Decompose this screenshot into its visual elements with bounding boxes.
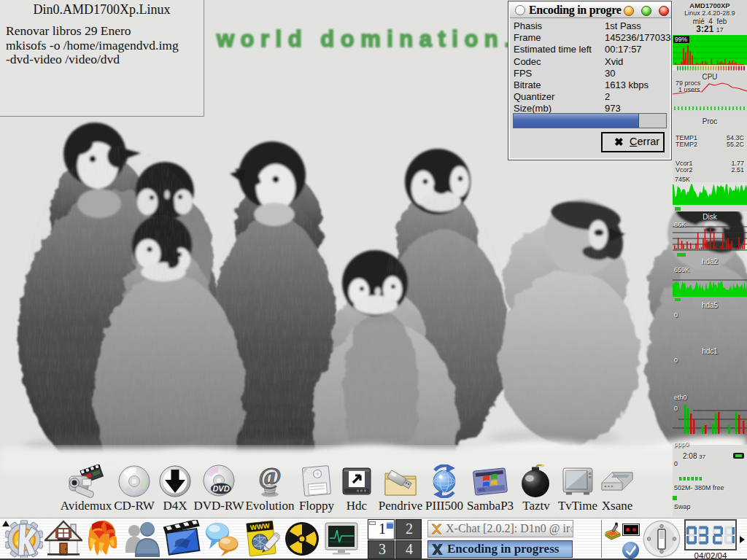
svg-text:DVD: DVD: [212, 484, 229, 493]
svg-text:@: @: [258, 464, 282, 489]
